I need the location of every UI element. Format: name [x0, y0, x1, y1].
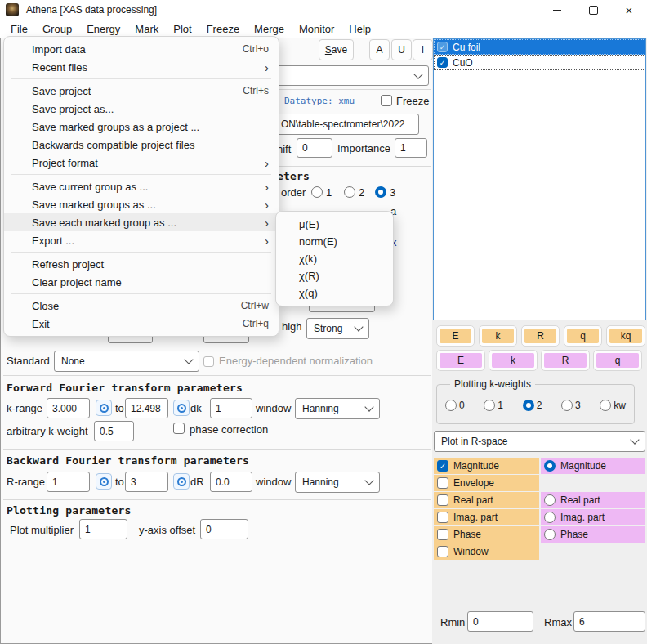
- option-imag-part-checkbox[interactable]: Imag. part: [434, 509, 539, 525]
- option-phase-checkbox[interactable]: Phase: [434, 526, 539, 543]
- group-list-item-cuo[interactable]: ✓ CuO: [434, 55, 645, 70]
- menu-item-recent-files[interactable]: Recent files›: [4, 58, 279, 76]
- file-path-input[interactable]: [275, 114, 419, 135]
- group-select-combobox[interactable]: [275, 65, 429, 86]
- standard-combobox[interactable]: None: [54, 351, 199, 372]
- kweight-0-radio[interactable]: 0: [445, 400, 465, 411]
- menu-monitor[interactable]: Monitor: [292, 21, 341, 37]
- menu-item-save-current-group-as[interactable]: Save current group as ...›: [4, 177, 279, 195]
- menu-item-clear-project-name[interactable]: Clear project name: [4, 273, 279, 291]
- menu-item-import-data[interactable]: Import dataCtrl+o: [4, 40, 279, 58]
- option-real-part-checkbox[interactable]: Real part: [434, 492, 539, 508]
- option-magnitude-checkbox[interactable]: ✓ Magnitude: [434, 458, 539, 474]
- option-imag-part-radio[interactable]: Imag. part: [541, 509, 645, 525]
- rmin-input[interactable]: [467, 611, 533, 632]
- kweight-2-radio[interactable]: 2: [523, 400, 542, 411]
- minimize-icon: [553, 10, 561, 11]
- menu-item-exit[interactable]: ExitCtrl+q: [4, 315, 279, 333]
- plot-marked-e-button[interactable]: E: [436, 350, 485, 371]
- menu-help[interactable]: Help: [341, 21, 378, 37]
- plot-current-kq-button[interactable]: kq: [606, 325, 645, 347]
- menu-merge[interactable]: Merge: [247, 21, 292, 37]
- order-1-radio[interactable]: [311, 186, 323, 198]
- close-button[interactable]: ×: [611, 0, 647, 20]
- pluck-kmax-button[interactable]: [173, 400, 190, 416]
- order-3-radio[interactable]: [375, 186, 386, 198]
- phase-correction-checkbox[interactable]: [173, 423, 185, 434]
- submenu-item-norm-e[interactable]: norm(E): [276, 233, 393, 250]
- group-list-item-cu-foil[interactable]: ✓ Cu foil: [434, 39, 645, 55]
- plot-current-k-button[interactable]: k: [479, 325, 517, 347]
- dk-input[interactable]: [210, 398, 252, 418]
- invert-marks-button[interactable]: I: [413, 39, 433, 60]
- submenu-item-chi-r[interactable]: χ(R): [276, 267, 393, 284]
- rrange-min-input[interactable]: [47, 472, 90, 492]
- unmark-all-button[interactable]: U: [391, 39, 412, 60]
- mark-all-button[interactable]: A: [369, 39, 390, 60]
- group-checkbox-checked-icon[interactable]: ✓: [437, 42, 448, 52]
- kweight-3-radio[interactable]: 3: [561, 400, 581, 411]
- plot-marked-q-button[interactable]: q: [593, 350, 642, 371]
- menu-file[interactable]: File: [3, 21, 35, 37]
- rmax-input[interactable]: [573, 611, 645, 632]
- datatype-link[interactable]: Datatype: xmu: [284, 96, 355, 106]
- arbitrary-kweight-input[interactable]: [94, 421, 134, 441]
- menu-item-save-project-as[interactable]: Save project as...: [4, 100, 279, 118]
- menu-item-save-each-marked-group-as[interactable]: Save each marked group as ...›: [4, 213, 279, 231]
- option-magnitude-radio[interactable]: Magnitude: [541, 458, 645, 474]
- kmax-input[interactable]: [125, 398, 168, 418]
- submenu-item-chi-k[interactable]: χ(k): [276, 250, 393, 267]
- menu-item-save-marked-groups-as-project[interactable]: Save marked groups as a project ...: [4, 118, 279, 136]
- menu-item-export[interactable]: Export ...›: [4, 231, 279, 249]
- menu-freeze[interactable]: Freeze: [199, 21, 247, 37]
- option-real-part-radio[interactable]: Real part: [541, 492, 645, 508]
- plot-space-combobox[interactable]: Plot in R-space: [434, 431, 645, 452]
- plot-marked-r-button[interactable]: R: [541, 350, 590, 371]
- order-2-radio[interactable]: [344, 186, 355, 198]
- pluck-rmax-button[interactable]: [173, 473, 190, 490]
- submenu-item-chi-q[interactable]: χ(q): [276, 284, 393, 302]
- plot-current-q-button[interactable]: q: [564, 325, 602, 347]
- fft-window-combobox[interactable]: Hanning: [295, 398, 380, 419]
- plot-marked-k-button[interactable]: k: [489, 350, 538, 371]
- pluck-icon: [177, 404, 186, 413]
- menu-mark[interactable]: Mark: [127, 21, 166, 37]
- kweight-kw-radio[interactable]: kw: [600, 400, 626, 411]
- radio-icon: [600, 400, 611, 411]
- minimize-button[interactable]: [539, 0, 575, 20]
- option-window-checkbox[interactable]: Window: [434, 543, 539, 560]
- menu-group[interactable]: Group: [35, 21, 79, 37]
- menu-item-close[interactable]: CloseCtrl+w: [4, 297, 279, 315]
- kmin-input[interactable]: [47, 398, 90, 418]
- submenu-item-mu-e[interactable]: μ(E): [276, 216, 393, 233]
- rrange-max-input[interactable]: [125, 472, 168, 492]
- menu-item-save-marked-groups-as[interactable]: Save marked groups as ...›: [4, 195, 279, 213]
- pluck-rmin-button[interactable]: [96, 473, 112, 490]
- plot-current-e-button[interactable]: E: [436, 325, 475, 347]
- plot-current-r-button[interactable]: R: [521, 325, 560, 347]
- plot-multiplier-input[interactable]: [79, 519, 127, 539]
- importance-input[interactable]: [395, 138, 427, 158]
- pluck-kmin-button[interactable]: [96, 400, 112, 416]
- clamp-high-combobox[interactable]: Strong: [306, 318, 369, 339]
- bft-window-combobox[interactable]: Hanning: [295, 472, 380, 493]
- freeze-checkbox[interactable]: [381, 95, 392, 106]
- option-envelope-checkbox[interactable]: Envelope: [434, 475, 539, 491]
- file-menu-dropdown: Import dataCtrl+o Recent files› Save pro…: [3, 36, 279, 337]
- menu-plot[interactable]: Plot: [166, 21, 199, 37]
- option-phase-radio[interactable]: Phase: [541, 526, 645, 543]
- group-checkbox-checked-icon[interactable]: ✓: [437, 57, 448, 68]
- menu-item-project-format[interactable]: Project format›: [4, 154, 279, 172]
- yaxis-offset-input[interactable]: [200, 519, 248, 539]
- energy-shift-input[interactable]: [297, 138, 332, 158]
- group-label: CuO: [453, 57, 473, 69]
- menu-energy[interactable]: Energy: [79, 21, 127, 37]
- save-button[interactable]: Save: [319, 39, 354, 60]
- menu-item-refresh-project[interactable]: Refresh project: [4, 255, 279, 273]
- menu-item-save-project[interactable]: Save projectCtrl+s: [4, 82, 279, 100]
- kweight-1-radio[interactable]: 1: [484, 400, 503, 411]
- maximize-button[interactable]: [575, 0, 611, 20]
- menu-item-backwards-compatible-project-files[interactable]: Backwards compatible project files: [4, 136, 279, 154]
- rrange-label: R-range: [7, 476, 45, 488]
- dr-input[interactable]: [210, 472, 252, 492]
